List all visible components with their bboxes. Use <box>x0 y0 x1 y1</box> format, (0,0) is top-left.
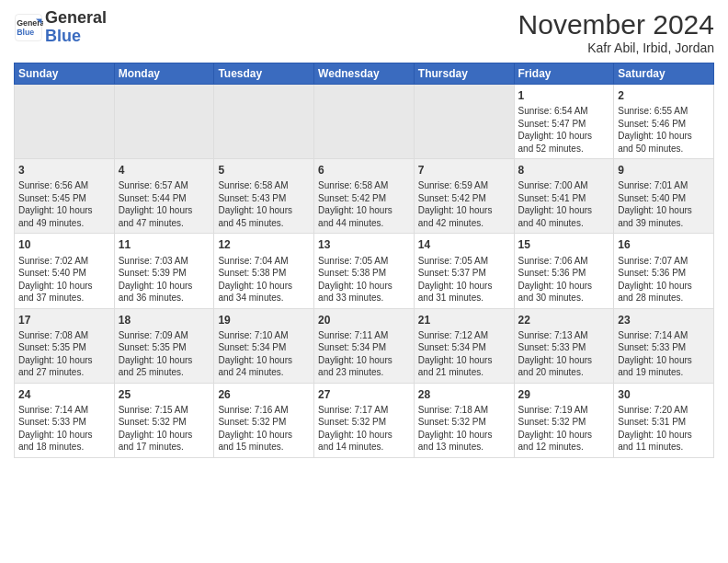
sunset-text: Sunset: 5:39 PM <box>119 267 210 280</box>
sunrise-text: Sunrise: 7:00 AM <box>518 179 610 192</box>
sunset-text: Sunset: 5:32 PM <box>218 416 310 429</box>
sunset-text: Sunset: 5:38 PM <box>218 267 310 280</box>
day-number: 15 <box>518 237 610 252</box>
daylight-text: Daylight: 10 hours and 47 minutes. <box>119 204 210 229</box>
calendar-cell <box>314 85 415 159</box>
daylight-text: Daylight: 10 hours and 42 minutes. <box>418 204 510 229</box>
daylight-text: Daylight: 10 hours and 12 minutes. <box>518 429 610 454</box>
location: Kafr Abil, Irbid, Jordan <box>518 40 714 55</box>
sunrise-text: Sunrise: 7:09 AM <box>119 329 210 342</box>
daylight-text: Daylight: 10 hours and 50 minutes. <box>618 130 710 155</box>
sunrise-text: Sunrise: 7:13 AM <box>518 329 610 342</box>
day-number: 30 <box>618 387 710 402</box>
sunrise-text: Sunrise: 6:56 AM <box>18 179 110 192</box>
calendar-cell: 25Sunrise: 7:15 AMSunset: 5:32 PMDayligh… <box>114 383 214 457</box>
calendar-cell: 7Sunrise: 6:59 AMSunset: 5:42 PMDaylight… <box>414 159 514 234</box>
daylight-text: Daylight: 10 hours and 52 minutes. <box>518 130 610 155</box>
daylight-text: Daylight: 10 hours and 17 minutes. <box>119 429 210 454</box>
day-number: 1 <box>518 88 610 103</box>
page-container: General Blue General Blue November 2024 … <box>0 0 728 463</box>
calendar-cell: 27Sunrise: 7:17 AMSunset: 5:32 PMDayligh… <box>314 383 415 457</box>
daylight-text: Daylight: 10 hours and 15 minutes. <box>218 429 310 454</box>
day-number: 26 <box>218 387 310 402</box>
weekday-header: Sunday <box>15 63 115 85</box>
sunset-text: Sunset: 5:42 PM <box>318 192 410 205</box>
day-number: 17 <box>18 313 110 327</box>
sunset-text: Sunset: 5:31 PM <box>618 416 710 429</box>
sunrise-text: Sunrise: 7:03 AM <box>119 255 210 268</box>
sunset-text: Sunset: 5:33 PM <box>618 341 710 354</box>
sunrise-text: Sunrise: 7:16 AM <box>218 404 310 417</box>
daylight-text: Daylight: 10 hours and 27 minutes. <box>18 354 110 379</box>
sunset-text: Sunset: 5:42 PM <box>418 192 510 205</box>
sunset-text: Sunset: 5:36 PM <box>618 267 710 280</box>
day-number: 19 <box>218 313 310 327</box>
day-number: 9 <box>618 163 710 178</box>
day-number: 10 <box>18 237 110 252</box>
day-number: 23 <box>618 313 710 327</box>
daylight-text: Daylight: 10 hours and 13 minutes. <box>418 429 510 454</box>
calendar-cell: 2Sunrise: 6:55 AMSunset: 5:46 PMDaylight… <box>614 85 714 159</box>
calendar-cell: 28Sunrise: 7:18 AMSunset: 5:32 PMDayligh… <box>414 383 514 457</box>
calendar-cell: 13Sunrise: 7:05 AMSunset: 5:38 PMDayligh… <box>314 234 415 308</box>
day-number: 28 <box>418 387 510 402</box>
sunset-text: Sunset: 5:33 PM <box>518 341 610 354</box>
calendar-week-row: 24Sunrise: 7:14 AMSunset: 5:33 PMDayligh… <box>15 383 714 457</box>
daylight-text: Daylight: 10 hours and 11 minutes. <box>618 429 710 454</box>
sunrise-text: Sunrise: 7:18 AM <box>418 404 510 417</box>
sunset-text: Sunset: 5:43 PM <box>218 192 310 205</box>
sunrise-text: Sunrise: 6:55 AM <box>618 105 710 118</box>
daylight-text: Daylight: 10 hours and 18 minutes. <box>18 429 110 454</box>
weekday-header: Thursday <box>414 63 514 85</box>
sunrise-text: Sunrise: 7:04 AM <box>218 255 310 268</box>
sunrise-text: Sunrise: 6:57 AM <box>119 179 210 192</box>
daylight-text: Daylight: 10 hours and 39 minutes. <box>618 204 710 229</box>
sunrise-text: Sunrise: 7:05 AM <box>418 255 510 268</box>
calendar-cell: 9Sunrise: 7:01 AMSunset: 5:40 PMDaylight… <box>614 159 714 234</box>
calendar-cell: 11Sunrise: 7:03 AMSunset: 5:39 PMDayligh… <box>114 234 214 308</box>
day-number: 24 <box>18 387 110 402</box>
daylight-text: Daylight: 10 hours and 23 minutes. <box>318 354 410 379</box>
daylight-text: Daylight: 10 hours and 30 minutes. <box>518 280 610 304</box>
sunrise-text: Sunrise: 7:02 AM <box>18 255 110 268</box>
sunset-text: Sunset: 5:40 PM <box>18 267 110 280</box>
day-number: 12 <box>218 237 310 252</box>
sunrise-text: Sunrise: 6:59 AM <box>418 179 510 192</box>
weekday-header: Friday <box>514 63 614 85</box>
page-header: General Blue General Blue November 2024 … <box>14 9 714 55</box>
month-title: November 2024 <box>518 9 714 40</box>
weekday-header: Saturday <box>614 63 714 85</box>
day-number: 20 <box>318 313 410 327</box>
calendar-cell: 10Sunrise: 7:02 AMSunset: 5:40 PMDayligh… <box>15 234 115 308</box>
sunrise-text: Sunrise: 7:07 AM <box>618 255 710 268</box>
sunset-text: Sunset: 5:32 PM <box>119 416 210 429</box>
day-number: 6 <box>318 163 410 178</box>
sunrise-text: Sunrise: 7:01 AM <box>618 179 710 192</box>
logo-icon: General Blue <box>14 13 43 42</box>
calendar-cell <box>15 85 115 159</box>
daylight-text: Daylight: 10 hours and 37 minutes. <box>18 280 110 304</box>
day-number: 14 <box>418 237 510 252</box>
day-number: 5 <box>218 163 310 178</box>
sunrise-text: Sunrise: 7:06 AM <box>518 255 610 268</box>
sunset-text: Sunset: 5:47 PM <box>518 118 610 131</box>
day-number: 27 <box>318 387 410 402</box>
calendar-cell: 15Sunrise: 7:06 AMSunset: 5:36 PMDayligh… <box>514 234 614 308</box>
daylight-text: Daylight: 10 hours and 28 minutes. <box>618 280 710 304</box>
calendar-cell: 20Sunrise: 7:11 AMSunset: 5:34 PMDayligh… <box>314 308 415 383</box>
sunrise-text: Sunrise: 7:14 AM <box>18 404 110 417</box>
logo: General Blue General Blue <box>14 9 107 46</box>
calendar-cell: 26Sunrise: 7:16 AMSunset: 5:32 PMDayligh… <box>214 383 314 457</box>
calendar-cell: 5Sunrise: 6:58 AMSunset: 5:43 PMDaylight… <box>214 159 314 234</box>
sunset-text: Sunset: 5:35 PM <box>119 341 210 354</box>
calendar-cell: 14Sunrise: 7:05 AMSunset: 5:37 PMDayligh… <box>414 234 514 308</box>
day-number: 8 <box>518 163 610 178</box>
calendar-week-row: 17Sunrise: 7:08 AMSunset: 5:35 PMDayligh… <box>15 308 714 383</box>
sunset-text: Sunset: 5:34 PM <box>418 341 510 354</box>
day-number: 22 <box>518 313 610 327</box>
calendar-table: SundayMondayTuesdayWednesdayThursdayFrid… <box>14 63 714 458</box>
daylight-text: Daylight: 10 hours and 21 minutes. <box>418 354 510 379</box>
calendar-cell: 19Sunrise: 7:10 AMSunset: 5:34 PMDayligh… <box>214 308 314 383</box>
daylight-text: Daylight: 10 hours and 49 minutes. <box>18 204 110 229</box>
calendar-cell <box>414 85 514 159</box>
